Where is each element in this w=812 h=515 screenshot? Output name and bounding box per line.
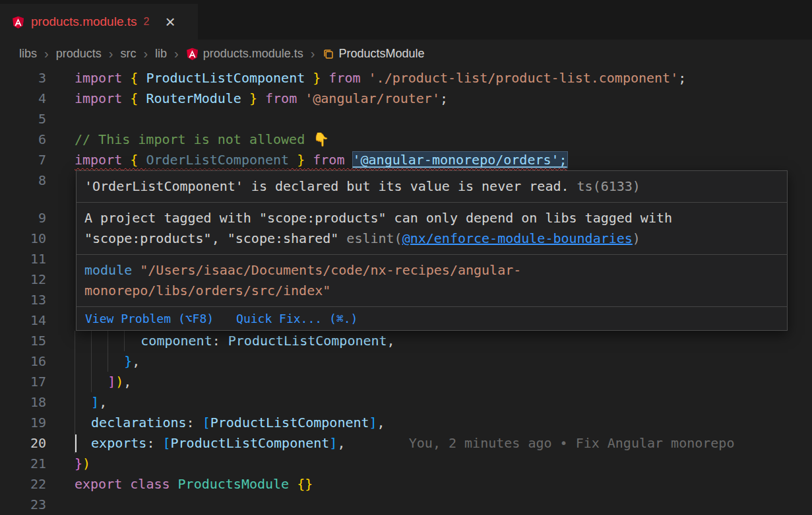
- hover-message-1: 'OrderListComponent' is declared but its…: [77, 171, 787, 203]
- breadcrumb-separator: ›: [311, 46, 315, 61]
- line-number[interactable]: 17: [0, 372, 46, 392]
- breadcrumb-item-products-module-ts[interactable]: products.module.ts: [186, 47, 303, 61]
- code-token: ;: [678, 70, 686, 86]
- code-token: ,: [337, 435, 345, 451]
- nx-rule-link[interactable]: @nx/enforce-module-boundaries: [402, 230, 633, 246]
- code-token: RouterModule: [146, 90, 241, 106]
- code-token: export: [75, 476, 122, 492]
- line-number[interactable]: 18: [0, 392, 46, 413]
- line-number[interactable]: 12: [0, 269, 46, 290]
- breadcrumb-item-src[interactable]: src: [120, 47, 136, 61]
- line-number[interactable]: 8: [0, 170, 46, 191]
- code-token: ;: [440, 90, 448, 106]
- code-line-content[interactable]: exports: [ProductListComponent],You, 2 m…: [75, 433, 812, 454]
- code-line-content[interactable]: [75, 109, 812, 129]
- code-token: :: [212, 333, 228, 349]
- line-number[interactable]: 11: [0, 249, 46, 269]
- code-line-7: 7import { OrderListComponent } from '@an…: [0, 150, 812, 170]
- code-line-3: 3import { ProductListComponent } from '.…: [0, 68, 812, 88]
- angular-icon: [12, 16, 24, 28]
- line-number[interactable]: 21: [0, 454, 46, 474]
- code-line-content[interactable]: ],: [75, 392, 812, 413]
- code-token: }: [124, 353, 132, 369]
- git-blame-annotation: You, 2 minutes ago • Fix Angular monorep…: [409, 435, 735, 451]
- indent-guide: [91, 372, 108, 392]
- line-number[interactable]: 7: [0, 150, 46, 170]
- code-token: ,: [132, 353, 140, 369]
- line-number[interactable]: 20: [0, 433, 46, 454]
- code-token: {: [130, 152, 138, 168]
- view-problem-action[interactable]: View Problem (⌥F8): [85, 308, 214, 329]
- code-line-content[interactable]: ]),: [75, 372, 812, 392]
- angular-icon: [186, 48, 199, 60]
- line-number[interactable]: 13: [0, 290, 46, 310]
- line-number[interactable]: 5: [0, 109, 46, 129]
- breadcrumb-item-products[interactable]: products: [56, 47, 102, 61]
- code-token: import: [75, 70, 122, 86]
- code-token: [122, 152, 130, 168]
- indent-guide: [124, 331, 141, 351]
- code-token: import: [75, 152, 122, 168]
- breadcrumb-item-productsmodule[interactable]: ProductsModule: [323, 47, 425, 61]
- code-token: :: [187, 415, 203, 430]
- line-number[interactable]: 22: [0, 474, 46, 495]
- code-line-content[interactable]: },: [75, 351, 812, 372]
- breadcrumb-item-lib[interactable]: lib: [155, 47, 167, 61]
- line-number[interactable]: 23: [0, 495, 46, 515]
- code-line-content[interactable]: component: ProductListComponent,: [75, 331, 812, 351]
- line-number[interactable]: 6: [0, 129, 46, 150]
- line-number[interactable]: 15: [0, 331, 46, 351]
- code-token: class: [130, 476, 170, 492]
- code-token: [289, 152, 297, 168]
- hover-text-run: "/Users/isaac/Documents/code/nx-recipes/…: [84, 262, 521, 298]
- line-number[interactable]: 19: [0, 413, 46, 433]
- code-line-content[interactable]: export class ProductsModule {}: [75, 474, 812, 495]
- breadcrumb-label: products: [56, 47, 102, 61]
- indent-guide: [91, 351, 108, 372]
- indent-guide: [75, 392, 91, 413]
- line-number[interactable]: 10: [0, 228, 46, 249]
- line-number[interactable]: 4: [0, 88, 46, 109]
- close-icon[interactable]: ×: [165, 13, 175, 30]
- code-token: [321, 70, 328, 86]
- code-token: OrderListComponent: [146, 152, 289, 168]
- code-token: // This import is not allowed 👇: [75, 131, 329, 147]
- code-token: {}: [297, 476, 313, 492]
- tab-products-module-ts[interactable]: products.module.ts 2 ×: [0, 4, 198, 40]
- quick-fix-action[interactable]: Quick Fix... (⌘.): [236, 308, 358, 329]
- code-token: [241, 90, 249, 106]
- code-token: [305, 70, 313, 86]
- code-line-content[interactable]: declarations: [ProductListComponent],: [75, 413, 812, 433]
- code-line-6: 6// This import is not allowed 👇: [0, 129, 812, 150]
- code-line-content[interactable]: // This import is not allowed 👇: [75, 129, 812, 150]
- code-line-18: 18],: [0, 392, 812, 413]
- code-token: ,: [123, 374, 131, 390]
- code-line-content[interactable]: import { RouterModule } from '@angular/r…: [75, 88, 812, 109]
- code-line-content[interactable]: import { OrderListComponent } from '@ang…: [75, 150, 812, 170]
- breadcrumb: libs›products›src›lib›products.module.ts…: [0, 40, 812, 68]
- indent-guide: [75, 331, 91, 351]
- indent-guide: [91, 331, 108, 351]
- code-token: [344, 152, 352, 168]
- code-line-content[interactable]: import { ProductListComponent } from './…: [75, 68, 812, 88]
- breadcrumb-separator: ›: [143, 46, 148, 61]
- code-token: ): [115, 374, 123, 390]
- breadcrumb-separator: ›: [174, 46, 179, 61]
- code-token: ,: [387, 333, 395, 349]
- line-number[interactable]: 9: [0, 208, 46, 228]
- code-token: ]: [108, 374, 115, 390]
- text-cursor: [75, 434, 77, 452]
- line-number[interactable]: 14: [0, 310, 46, 331]
- code-line-content[interactable]: [75, 495, 812, 515]
- hover-status-bar: View Problem (⌥F8)Quick Fix... (⌘.): [77, 307, 787, 330]
- line-number[interactable]: 16: [0, 351, 46, 372]
- breadcrumb-item-libs[interactable]: libs: [19, 47, 37, 61]
- code-line-16: 16},: [0, 351, 812, 372]
- code-line-content[interactable]: }): [75, 454, 812, 474]
- code-editor[interactable]: 3import { ProductListComponent } from '.…: [0, 68, 812, 515]
- code-token: {: [130, 90, 138, 106]
- code-token: from: [328, 70, 360, 86]
- code-token: exports: [91, 435, 146, 451]
- line-number[interactable]: 3: [0, 68, 46, 88]
- indent-guide: [75, 372, 91, 392]
